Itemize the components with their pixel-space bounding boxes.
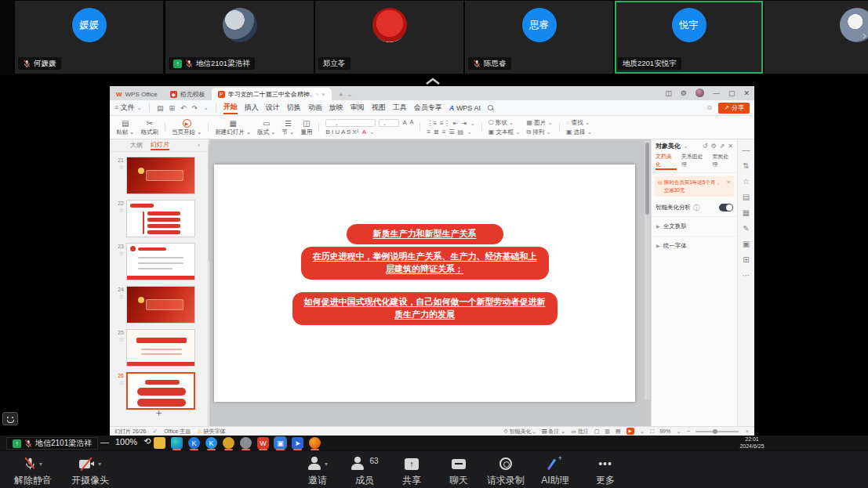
- layout-tool-icon[interactable]: ▣: [743, 240, 750, 248]
- current-slide[interactable]: 新质生产力和新型生产关系 在历史进程中，举例说明生产关系、生产力、经济基础和上层…: [214, 164, 635, 402]
- menu-design[interactable]: 设计: [266, 103, 280, 113]
- slideshow-play-icon[interactable]: ▶: [626, 428, 634, 435]
- new-slide-button[interactable]: ▦新建幻灯片 ⌄: [215, 119, 251, 136]
- paragraph-group[interactable]: ⋮≡≡⋮⇤⇥⌄ ≡≣≡☰▤⌄: [427, 120, 474, 136]
- account-avatar[interactable]: [695, 89, 704, 97]
- font-group[interactable]: ⌄⌄AA B I U A S X²A⌄: [325, 119, 413, 136]
- request-record-button[interactable]: 请求录制: [482, 456, 529, 487]
- play-from-current-button[interactable]: ▶当页开始 ⌄: [172, 119, 202, 136]
- tab-wps-home[interactable]: W WPS Office: [110, 88, 164, 100]
- slide-thumbnail[interactable]: [126, 157, 195, 194]
- view-sorter-icon[interactable]: ▥: [605, 428, 610, 435]
- history-icon[interactable]: ↺: [703, 143, 708, 150]
- emoji-panel-icon[interactable]: [2, 412, 18, 425]
- pin-tab-icon[interactable]: ▫: [316, 91, 318, 98]
- clipboard-tool-icon[interactable]: ▤: [743, 193, 750, 201]
- taskpane-tab-page[interactable]: 页面处理: [712, 153, 733, 170]
- tab-slides[interactable]: 幻灯片: [151, 140, 169, 150]
- slide-thumbnail[interactable]: [126, 286, 195, 324]
- reuse-slides-button[interactable]: ◫重用: [300, 119, 312, 136]
- font-name-select[interactable]: ⌄: [325, 119, 376, 127]
- share-zoom-controls[interactable]: — 100% ⟲ +: [100, 436, 162, 446]
- taskpane-tab-diagram[interactable]: 关系图处理: [681, 153, 707, 170]
- smart-beautify-toggle[interactable]: [719, 204, 733, 211]
- menu-transition[interactable]: 切换: [287, 103, 301, 113]
- app-pointer-icon[interactable]: ➤: [292, 437, 303, 449]
- font-size-select[interactable]: ⌄: [379, 119, 399, 127]
- menu-view[interactable]: 视图: [372, 103, 386, 113]
- firefox-browser-icon[interactable]: [309, 437, 321, 449]
- menu-member[interactable]: 会员专享: [414, 103, 442, 113]
- slide-thumbnail-row[interactable]: 23☆: [110, 243, 195, 280]
- app-gold-icon[interactable]: [223, 437, 234, 449]
- more-button[interactable]: ••• 更多: [587, 456, 624, 487]
- chevron-down-icon[interactable]: ▾: [98, 461, 101, 468]
- wps-ai-button[interactable]: A WPS AI: [449, 104, 481, 112]
- slide-thumbnail-row[interactable]: 24☆: [110, 286, 195, 324]
- collapse-sidebar-icon[interactable]: —: [743, 146, 750, 154]
- gallery-tool-icon[interactable]: ▦: [743, 208, 750, 217]
- collapse-panel-icon[interactable]: ‹: [198, 142, 200, 149]
- minimize-icon[interactable]: —: [713, 89, 720, 97]
- close-window-icon[interactable]: ✕: [743, 89, 750, 97]
- beautify-tool-icon[interactable]: ⇅: [743, 161, 749, 170]
- gear-icon[interactable]: ⚙: [710, 143, 716, 150]
- collapse-strip-icon[interactable]: [424, 77, 441, 85]
- app-k1-icon[interactable]: K: [188, 437, 200, 449]
- slide-thumbnail-selected[interactable]: [126, 372, 195, 410]
- menu-home[interactable]: 开始: [223, 102, 238, 114]
- fit-window-icon[interactable]: ⛶: [650, 428, 654, 435]
- ai-assistant-button[interactable]: AI助理: [535, 456, 576, 487]
- zoom-level[interactable]: 99%: [659, 428, 670, 434]
- slide-thumbnail-row-selected[interactable]: 26☆: [110, 372, 195, 410]
- slide-textbox-3[interactable]: 如何促进中国式现代化建设，自己如何做一个新型劳动者促进新质生产力的发展: [292, 292, 557, 325]
- camera-on-button[interactable]: ▾ 开摄像头: [63, 456, 118, 487]
- chevron-down-icon[interactable]: ▾: [39, 461, 42, 468]
- notes-button[interactable]: ☰ 备注 ⌄: [541, 428, 565, 436]
- edge-browser-icon[interactable]: [171, 437, 183, 449]
- file-explorer-icon[interactable]: [154, 437, 165, 449]
- tab-docer[interactable]: ◆ 稻壳模板: [164, 88, 212, 100]
- layout-button[interactable]: ▭版式 ⌄: [257, 119, 275, 136]
- restore-icon[interactable]: ▢: [728, 89, 735, 97]
- slide-thumbnail-row[interactable]: 25☆: [110, 329, 195, 367]
- slide-thumbnail-row[interactable]: 22☆: [110, 200, 195, 237]
- share-screen-button[interactable]: ↑ 共享: [393, 456, 430, 487]
- participant-tile-active-speaker[interactable]: 悦宇 地质2201安悦宇: [615, 1, 763, 74]
- slide-thumbnail[interactable]: [126, 329, 195, 367]
- arrange-button[interactable]: ⧉排列 ⌄: [527, 128, 553, 136]
- comments-button[interactable]: ▭ 批注: [571, 428, 589, 436]
- popout-icon[interactable]: ⇗: [720, 143, 725, 150]
- slide-thumbnail-row[interactable]: 21☆: [110, 157, 195, 194]
- participant-tile[interactable]: 郑立苓: [315, 1, 463, 74]
- members-button[interactable]: 63 成员: [345, 456, 384, 487]
- share-document-button[interactable]: ↗分享: [718, 103, 750, 114]
- quick-access-toolbar[interactable]: ▤⊞↶↷⌄: [157, 104, 209, 112]
- taskbar-clock[interactable]: 22:01 2024/6/25: [729, 436, 775, 450]
- next-page-chevron-icon[interactable]: ›: [863, 28, 866, 42]
- tab-document-active[interactable]: P 学习党的二十届三中全会精神.. ▫ ×: [212, 88, 332, 100]
- menu-slideshow[interactable]: 放映: [329, 103, 343, 113]
- star-tool-icon[interactable]: ☆: [743, 177, 750, 186]
- new-tab-button[interactable]: ＋⌄: [332, 88, 359, 100]
- participant-tile[interactable]: 媛媛 何媛媛: [15, 1, 163, 74]
- font-style-buttons[interactable]: B I U A S X²A⌄: [325, 128, 413, 136]
- settings-gear-icon[interactable]: ⚙: [681, 89, 687, 97]
- textbox-button[interactable]: ▣文本框 ⌄: [488, 128, 521, 136]
- tab-outline[interactable]: 大纲: [130, 141, 143, 150]
- spellcheck-icon[interactable]: ✓: [152, 428, 158, 435]
- missing-font-label[interactable]: 缺失字体: [204, 428, 226, 434]
- invite-button[interactable]: ▾ 邀请: [299, 456, 336, 487]
- more-tools-icon[interactable]: ⋯: [743, 271, 750, 280]
- slide-textbox-2[interactable]: 在历史进程中，举例说明生产关系、生产力、经济基础和上层建筑的辩证关系；: [301, 247, 549, 280]
- paste-button[interactable]: ▤粘贴 ⌄: [116, 119, 134, 136]
- zoom-out-icon[interactable]: —: [100, 437, 109, 446]
- select-button[interactable]: ▣选择 ⌄: [566, 128, 592, 136]
- view-normal-icon[interactable]: ▢: [594, 428, 600, 435]
- beautify-status-button[interactable]: ⟐ 智能美化 ⌄: [503, 428, 536, 436]
- meeting-app-icon[interactable]: ▣: [274, 437, 286, 449]
- zoom-slider[interactable]: [695, 431, 739, 432]
- edit-tool-icon[interactable]: ✎: [743, 224, 749, 233]
- wps-app-icon[interactable]: W: [257, 437, 269, 449]
- zoom-out-icon[interactable]: −: [687, 428, 690, 434]
